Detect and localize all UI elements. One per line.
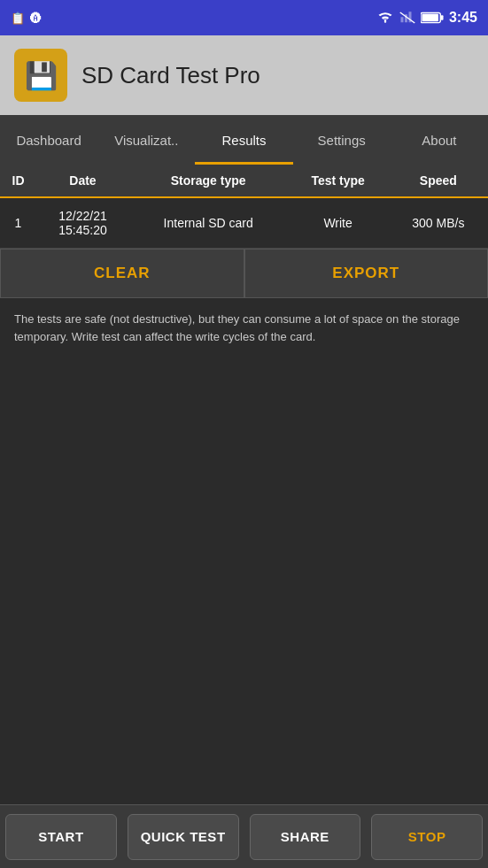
table-header-row: ID Date Storage type Test type Speed: [0, 165, 488, 197]
app-title: SD Card Test Pro: [81, 62, 260, 89]
tab-dashboard[interactable]: Dashboard: [0, 115, 97, 165]
cell-speed: 300 MB/s: [389, 197, 488, 249]
share-button[interactable]: SHARE: [250, 814, 361, 860]
cell-storage-type: Internal SD card: [129, 197, 288, 249]
a-icon: 🅐: [30, 12, 42, 25]
start-button[interactable]: START: [5, 814, 117, 860]
cell-date: 12/22/21 15:45:20: [36, 197, 129, 249]
signal-icon: [399, 11, 415, 25]
battery-icon: [421, 12, 444, 24]
tab-visualizat[interactable]: Visualizat..: [97, 115, 195, 165]
tab-bar: Dashboard Visualizat.. Results Settings …: [0, 115, 488, 165]
clear-button[interactable]: CLEAR: [0, 249, 244, 298]
cell-id: 1: [0, 197, 36, 249]
col-speed: Speed: [389, 165, 488, 197]
tab-settings[interactable]: Settings: [293, 115, 391, 165]
col-storage-type: Storage type: [129, 165, 288, 197]
tab-results[interactable]: Results: [195, 115, 292, 165]
table-row: 1 12/22/21 15:45:20 Internal SD card Wri…: [0, 197, 488, 249]
app-icon: 💾: [14, 49, 67, 102]
col-id: ID: [0, 165, 36, 197]
info-text: The tests are safe (not destructive), bu…: [0, 298, 488, 357]
stop-button[interactable]: STOP: [371, 814, 483, 860]
col-date: Date: [36, 165, 129, 197]
bottom-bar: START QUICK TEST SHARE STOP: [0, 804, 488, 868]
wifi-icon: [376, 11, 394, 25]
quick-test-button[interactable]: QUICK TEST: [128, 814, 239, 860]
main-content: ID Date Storage type Test type Speed 1 1…: [0, 165, 488, 804]
export-button[interactable]: EXPORT: [244, 249, 489, 298]
svg-rect-3: [422, 14, 438, 21]
results-table: ID Date Storage type Test type Speed 1 1…: [0, 165, 488, 249]
action-buttons: CLEAR EXPORT: [0, 249, 488, 298]
svg-rect-2: [441, 15, 444, 20]
app-header: 💾 SD Card Test Pro: [0, 35, 488, 115]
status-time: 3:45: [449, 10, 477, 26]
cell-test-type: Write: [287, 197, 388, 249]
col-test-type: Test type: [287, 165, 388, 197]
tab-about[interactable]: About: [391, 115, 488, 165]
status-bar: 📋 🅐 3:45: [0, 0, 488, 35]
sim-icon: 📋: [11, 12, 25, 25]
app-icon-symbol: 💾: [25, 60, 58, 91]
